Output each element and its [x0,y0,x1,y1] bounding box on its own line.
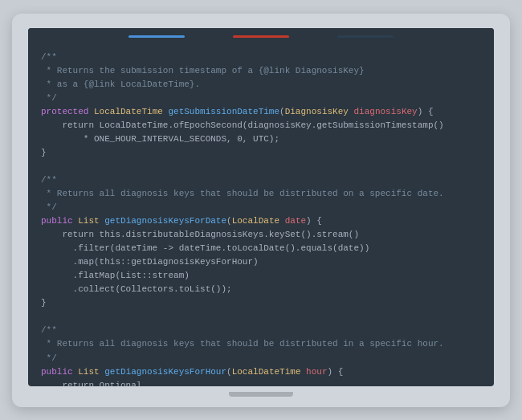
code-line: return this.distributableDiagnosisKeys.k… [41,228,481,242]
tab-dark[interactable] [337,35,394,38]
tab-bar [28,28,494,43]
laptop-frame: /** * Returns the submission timestamp o… [12,14,510,407]
code-line: * Returns all diagnosis keys that should… [41,187,481,201]
code-line: } [41,146,481,160]
code-line: protected LocalDateTime getSubmissionDat… [41,105,481,119]
code-line [41,160,481,173]
code-line: .filter(dateTime -> dateTime.toLocalDate… [41,242,481,255]
code-line: /** [41,324,481,337]
laptop-notch [229,392,293,397]
code-line: public List getDiagnosisKeysForDate(Loca… [41,214,481,228]
bottom-bar [28,389,494,399]
tab-red[interactable] [233,35,289,38]
code-line: .flatMap(List::stream) [41,269,481,283]
tab-blue[interactable] [128,35,185,38]
code-line: return Optional [41,379,481,386]
code-line: * as a {@link LocalDateTime}. [41,78,481,92]
code-line: .map(this::getDiagnosisKeysForHour) [41,255,481,269]
code-line: * Returns the submission timestamp of a … [41,64,481,78]
code-line: /** [41,173,481,187]
code-line: * ONE_HOUR_INTERVAL_SECONDS, 0, UTC); [41,133,481,146]
code-line: } [41,296,481,310]
code-line [41,310,481,324]
code-line: * Returns all diagnosis keys that should… [41,337,481,351]
code-line: public List getDiagnosisKeysForHour(Loca… [41,365,481,379]
code-line: /** [41,51,481,64]
code-line: */ [41,92,481,105]
code-line: */ [41,352,481,365]
code-editor: /** * Returns the submission timestamp o… [28,43,494,386]
code-line: return LocalDateTime.ofEpochSecond(diagn… [41,119,481,133]
code-line: */ [41,201,481,214]
screen: /** * Returns the submission timestamp o… [28,28,494,386]
code-line: .collect(Collectors.toList()); [41,283,481,296]
